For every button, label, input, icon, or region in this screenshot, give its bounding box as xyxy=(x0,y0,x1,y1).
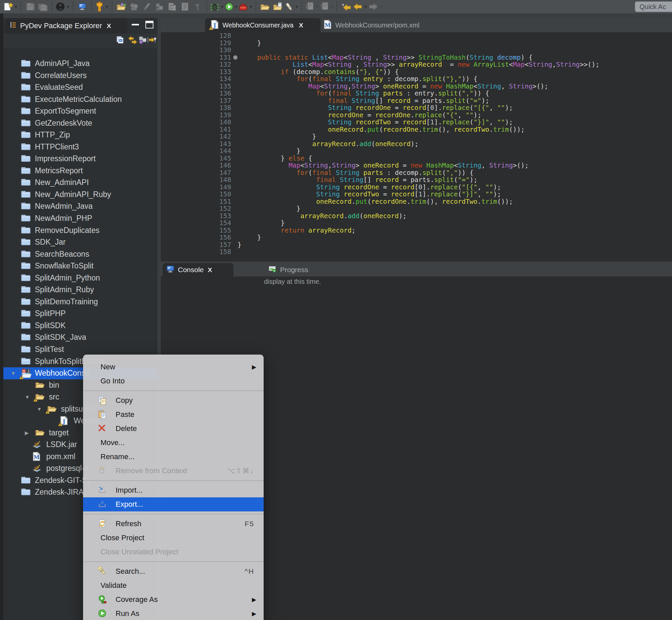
open-resource-button[interactable] xyxy=(115,1,127,12)
collapse-all-icon[interactable] xyxy=(116,36,125,45)
collapse-arrow-icon[interactable]: ▼ xyxy=(37,406,42,412)
console-tab-progress[interactable]: Progress xyxy=(269,263,308,276)
tree-item-searchbeacons[interactable]: SearchBeacons xyxy=(3,248,158,260)
code-line-129: 129} xyxy=(161,40,672,47)
tree-item-adminapi-java[interactable]: AdminAPI_Java xyxy=(3,58,158,70)
team-button[interactable] xyxy=(128,1,140,12)
link-with-editor-icon[interactable] xyxy=(128,36,137,46)
menu-item-move[interactable]: Move... xyxy=(83,436,264,450)
tree-item-evaluateseed[interactable]: EvaluateSeed xyxy=(3,82,158,94)
menu-item-coverage-as[interactable]: Coverage As▶ xyxy=(83,592,264,607)
menu-item-refresh[interactable]: RefreshF5 xyxy=(83,517,264,531)
tab-pydev-package-explorer[interactable]: PyDev Package Explorer X xyxy=(5,18,127,34)
menu-item-run-as[interactable]: Run As▶ xyxy=(83,607,264,620)
tree-item-snowflaketosplit[interactable]: SnowflakeToSplit xyxy=(3,260,158,272)
console-tab-console[interactable]: Console X xyxy=(163,263,233,276)
cut-tool-button[interactable] xyxy=(141,1,153,12)
prev-annotation-button[interactable]: ▼ xyxy=(320,1,334,12)
minimize-button[interactable] xyxy=(131,23,139,26)
console-icon xyxy=(167,265,174,274)
open-folder-button[interactable] xyxy=(259,1,271,12)
tree-item-splitphp[interactable]: SplitPHP xyxy=(3,308,158,320)
close-icon[interactable]: X xyxy=(107,22,111,30)
chevron-down-icon: ▼ xyxy=(295,5,298,9)
collapse-arrow-icon[interactable]: ▼ xyxy=(25,394,30,400)
compare-doc-button[interactable] xyxy=(166,1,178,12)
editor-tab-1[interactable]: J WebhookConsumer.java X xyxy=(205,18,321,32)
run-button[interactable]: ▼ xyxy=(225,1,238,12)
menu-item-search[interactable]: Search...^H xyxy=(83,564,264,578)
close-icon[interactable]: X xyxy=(208,266,212,273)
menu-item-close-unrelated-project[interactable]: Close Unrelated Project xyxy=(83,545,264,559)
code-line-133: 133if (decomp.contains("}, {")) { xyxy=(161,68,672,76)
tree-item-getzendeskvote[interactable]: GetZendeskVote xyxy=(3,117,158,130)
tree-item-newadmin-php[interactable]: NewAdmin_PHP xyxy=(3,212,158,224)
fold-marker-icon[interactable] xyxy=(233,55,237,60)
maximize-button[interactable] xyxy=(146,21,154,29)
tree-item-splitsdk[interactable]: SplitSDK xyxy=(3,320,158,332)
menu-item-rename[interactable]: Rename... xyxy=(83,450,264,464)
forward-button[interactable]: ▼ xyxy=(368,1,383,12)
user-profile-button[interactable]: ▼ xyxy=(55,1,70,12)
paste-folder-button[interactable] xyxy=(272,1,284,12)
back-button[interactable]: ▼ xyxy=(353,1,368,12)
tree-item-correlateusers[interactable]: CorrelateUsers xyxy=(3,70,158,82)
tree-item-new-adminapi[interactable]: New_AdminAPI xyxy=(3,176,158,189)
menu-item-new[interactable]: New▶ xyxy=(83,360,264,374)
menu-item-export[interactable]: Export... xyxy=(83,497,264,511)
line-number: 136 xyxy=(161,90,231,97)
marker-button[interactable]: ▼ xyxy=(284,1,298,12)
tree-item-executemetriccalculation[interactable]: ExecuteMetricCalculation xyxy=(3,94,158,106)
menu-item-delete[interactable]: Delete xyxy=(83,422,264,436)
new-wizard-button[interactable]: ▼ xyxy=(3,1,18,12)
tree-item-splitsdk-java[interactable]: SplitSDK_Java xyxy=(3,331,158,344)
tree-item-httpclient3[interactable]: HTTPClient3 xyxy=(3,141,158,153)
tree-item-exporttosegment[interactable]: ExportToSegment xyxy=(3,105,158,117)
tree-item-newadmin-java[interactable]: NewAdmin_Java xyxy=(3,200,158,212)
menu-item-import[interactable]: Import... xyxy=(83,483,264,497)
pilcrow-button[interactable]: ¶ xyxy=(191,1,204,12)
toolbar-separator xyxy=(255,2,256,12)
tree-item-splitadmin-python[interactable]: SplitAdmin_Python xyxy=(3,272,158,284)
menu-item-remove-from-context[interactable]: Remove from Context⌥⇧⌘↓ xyxy=(83,464,264,478)
debug-button[interactable]: ▼ xyxy=(210,1,224,12)
last-edit-button[interactable]: ∗ xyxy=(340,1,352,12)
tree-item-splittest[interactable]: SplitTest xyxy=(3,344,158,356)
editor-tab-2[interactable]: M WebhookConsumer/pom.xml xyxy=(323,18,419,32)
tree-item-impressionreport[interactable]: ImpressionReport xyxy=(3,153,158,165)
deploy-button[interactable] xyxy=(154,1,166,12)
tree-item-metricsreport[interactable]: MetricsReport xyxy=(3,165,158,177)
profile-button[interactable]: ▼ xyxy=(238,1,253,12)
tree-item-new-adminapi-ruby[interactable]: New_AdminAPI_Ruby xyxy=(3,189,158,201)
line-number: 128 xyxy=(161,32,231,40)
submenu-arrow-icon: ▶ xyxy=(252,610,256,617)
menu-item-go-into[interactable]: Go Into xyxy=(83,374,264,388)
collapse-arrow-icon[interactable]: ▼ xyxy=(11,370,16,376)
menu-item-paste[interactable]: Paste xyxy=(83,408,264,422)
close-icon[interactable]: X xyxy=(299,21,303,29)
tree-item-splitadmin-ruby[interactable]: SplitAdmin_Ruby xyxy=(3,284,158,296)
tree-item-splitdemotraining[interactable]: SplitDemoTraining xyxy=(3,296,158,308)
tree-item-http-zip[interactable]: HTTP_Zip xyxy=(3,129,158,141)
line-number: 131 xyxy=(161,54,231,61)
save-all-button[interactable] xyxy=(37,1,49,12)
next-annotation-button[interactable]: ▼ xyxy=(305,1,319,12)
quick-access-box[interactable]: Quick Ac xyxy=(635,1,672,12)
console-view-button[interactable] xyxy=(76,1,89,12)
tree-item-label: SplitDemoTraining xyxy=(35,297,98,306)
menu-item-close-project[interactable]: Close Project xyxy=(83,531,264,545)
menu-item-copy[interactable]: Copy xyxy=(83,394,264,408)
testng-button[interactable]: ▼ xyxy=(95,1,109,12)
outline-doc-button[interactable] xyxy=(179,1,191,12)
tree-item-sdk-jar[interactable]: SDK_Jar xyxy=(3,236,158,248)
tree-item-removeduplicates[interactable]: RemoveDuplicates xyxy=(3,224,158,237)
menu-item-validate[interactable]: Validate xyxy=(83,578,264,592)
line-number: 146 xyxy=(161,162,231,169)
fc-icon xyxy=(21,249,31,260)
fow-icon xyxy=(47,404,57,415)
code-editor[interactable]: 128129}130131public static List<Map<Stri… xyxy=(161,32,672,261)
filters-icon[interactable] xyxy=(138,36,148,45)
view-menu-icon[interactable]: ▼ xyxy=(153,36,158,42)
expand-arrow-icon[interactable]: ▶ xyxy=(25,430,29,436)
save-button[interactable] xyxy=(24,1,36,12)
